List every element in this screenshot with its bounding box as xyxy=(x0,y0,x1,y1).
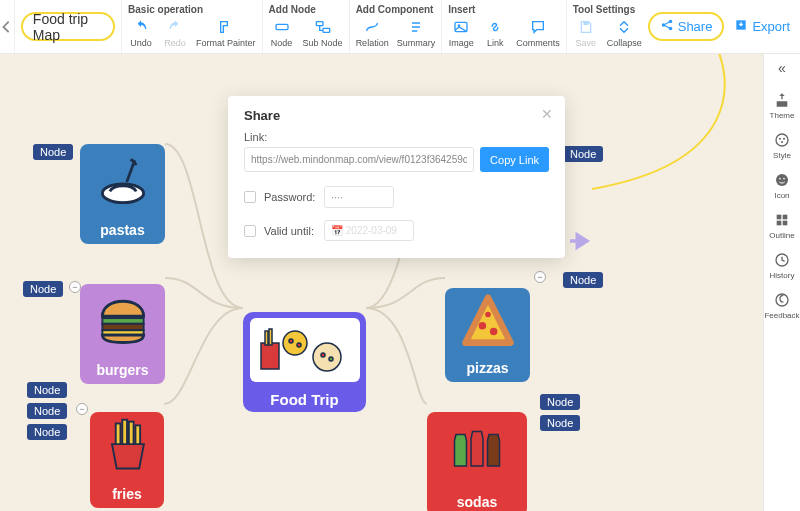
node-burgers[interactable]: burgers xyxy=(80,284,165,384)
node-sodas[interactable]: sodas xyxy=(427,412,527,511)
svg-point-13 xyxy=(776,174,788,186)
group-label: Add Component xyxy=(356,4,436,15)
pizza-icon xyxy=(458,292,518,355)
share-dialog: ✕ Share Link: Copy Link Password: Valid … xyxy=(228,96,565,258)
password-label: Password: xyxy=(264,191,316,203)
sidebar-icon[interactable]: Icon xyxy=(774,172,790,200)
svg-rect-19 xyxy=(783,221,788,226)
redo-icon xyxy=(166,18,184,36)
valid-until-input[interactable]: 📅 2022-03-09 xyxy=(324,220,414,241)
toolbar-group-tools: Tool Settings Save Collapse xyxy=(566,0,648,53)
add-sibling-node[interactable]: Node xyxy=(27,382,67,398)
svg-rect-1 xyxy=(316,22,323,26)
add-node-button[interactable]: Node xyxy=(269,18,295,48)
svg-point-41 xyxy=(329,357,333,361)
save-button[interactable]: Save xyxy=(573,18,599,48)
svg-rect-0 xyxy=(276,24,288,29)
close-button[interactable]: ✕ xyxy=(541,106,553,122)
node-label: pastas xyxy=(100,222,144,238)
undo-button[interactable]: Undo xyxy=(128,18,154,48)
relation-button[interactable]: Relation xyxy=(356,18,389,48)
insert-image-button[interactable]: Image xyxy=(448,18,474,48)
svg-point-30 xyxy=(478,322,486,330)
valid-until-checkbox[interactable] xyxy=(244,225,256,237)
node-pizzas[interactable]: pizzas xyxy=(445,288,530,382)
summary-icon xyxy=(407,18,425,36)
add-sibling-node-pastas[interactable]: Node xyxy=(33,144,73,160)
food-trip-icon xyxy=(250,318,360,382)
add-sibling-node[interactable]: Node xyxy=(563,146,603,162)
toolbar-group-add-component: Add Component Relation Summary xyxy=(349,0,442,53)
format-painter-button[interactable]: Format Painter xyxy=(196,18,256,48)
calendar-icon: 📅 xyxy=(331,225,343,236)
group-label: Insert xyxy=(448,4,560,15)
expand-toggle[interactable]: − xyxy=(76,403,88,415)
add-sibling-node[interactable]: Node xyxy=(27,403,67,419)
relation-icon xyxy=(363,18,381,36)
burger-icon xyxy=(93,290,153,353)
link-label: Link: xyxy=(244,131,549,143)
add-sibling-node-burgers[interactable]: Node xyxy=(23,281,63,297)
svg-rect-34 xyxy=(265,331,268,345)
node-icon xyxy=(273,18,291,36)
insert-comments-button[interactable]: Comments xyxy=(516,18,560,48)
svg-point-39 xyxy=(313,343,341,371)
collapse-icon xyxy=(615,18,633,36)
export-label: Export xyxy=(752,19,790,34)
image-icon xyxy=(452,18,470,36)
toolbar-group-add-node: Add Node Node Sub Node xyxy=(262,0,349,53)
group-label: Tool Settings xyxy=(573,4,642,15)
svg-point-37 xyxy=(289,339,293,343)
collapse-sidebar-button[interactable]: « xyxy=(778,60,786,76)
sidebar-history[interactable]: History xyxy=(770,252,795,280)
svg-point-14 xyxy=(779,178,781,180)
export-icon xyxy=(734,18,748,35)
svg-rect-2 xyxy=(323,28,330,32)
svg-point-38 xyxy=(297,343,301,347)
svg-point-31 xyxy=(489,328,497,336)
node-main[interactable]: Food Trip xyxy=(243,312,366,412)
svg-point-32 xyxy=(485,312,491,318)
sidebar-style[interactable]: Style xyxy=(773,132,791,160)
add-sub-node-button[interactable]: Sub Node xyxy=(303,18,343,48)
export-button[interactable]: Export xyxy=(734,18,790,35)
node-label: pizzas xyxy=(466,360,508,376)
svg-point-10 xyxy=(779,138,781,140)
svg-point-15 xyxy=(783,178,785,180)
expand-toggle[interactable]: − xyxy=(534,271,546,283)
sub-node-icon xyxy=(314,18,332,36)
collapse-button[interactable]: Collapse xyxy=(607,18,642,48)
node-fries[interactable]: fries xyxy=(90,412,164,508)
svg-rect-5 xyxy=(583,22,588,25)
toolbar: Food trip Map Basic operation Undo Redo … xyxy=(0,0,800,54)
node-label: sodas xyxy=(457,494,497,510)
redo-button[interactable]: Redo xyxy=(162,18,188,48)
share-link-input[interactable] xyxy=(244,147,474,172)
document-title[interactable]: Food trip Map xyxy=(21,12,115,41)
close-icon: ✕ xyxy=(541,106,553,122)
password-input[interactable] xyxy=(324,186,394,208)
svg-rect-18 xyxy=(777,221,782,226)
back-button[interactable] xyxy=(0,0,15,53)
node-pastas[interactable]: pastas xyxy=(80,144,165,244)
fries-icon xyxy=(97,416,157,479)
sidebar-feedback[interactable]: Feedback xyxy=(764,292,799,320)
add-sibling-node[interactable]: Node xyxy=(27,424,67,440)
password-checkbox[interactable] xyxy=(244,191,256,203)
group-label: Add Node xyxy=(269,4,343,15)
share-button[interactable]: Share xyxy=(648,12,725,41)
undo-icon xyxy=(132,18,150,36)
svg-point-36 xyxy=(283,331,307,355)
copy-link-button[interactable]: Copy Link xyxy=(480,147,549,172)
add-sibling-node[interactable]: Node xyxy=(540,394,580,410)
sidebar-theme[interactable]: Theme xyxy=(770,92,795,120)
right-sidebar: « Theme Style Icon Outline History Feedb… xyxy=(763,54,800,511)
insert-link-button[interactable]: Link xyxy=(482,18,508,48)
pasta-icon xyxy=(93,152,153,215)
sidebar-outline[interactable]: Outline xyxy=(769,212,794,240)
sodas-icon xyxy=(447,418,507,481)
add-sibling-node-pizzas[interactable]: Node xyxy=(563,272,603,288)
add-sibling-node[interactable]: Node xyxy=(540,415,580,431)
svg-point-12 xyxy=(781,141,783,143)
summary-button[interactable]: Summary xyxy=(397,18,436,48)
